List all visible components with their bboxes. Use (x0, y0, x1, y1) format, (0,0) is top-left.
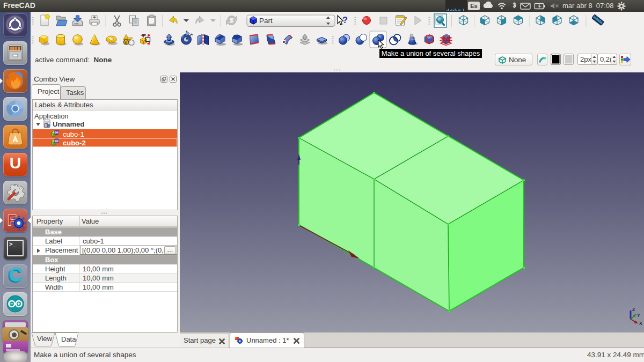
svg-text:?: ? (342, 16, 348, 25)
svg-text:6: 6 (125, 40, 128, 45)
svg-text:Data: Data (61, 335, 76, 343)
svg-text:C: C (9, 264, 23, 286)
svg-text:X: X (639, 321, 642, 326)
svg-text:Part: Part (259, 17, 273, 25)
svg-text:View: View (37, 335, 53, 343)
svg-text:Z: Z (632, 307, 635, 312)
svg-text:Y: Y (637, 313, 640, 318)
